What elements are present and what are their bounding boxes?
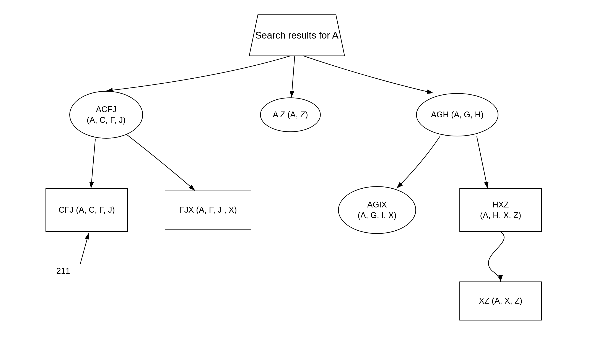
agix-node: AGIX (A, G, I, X) — [338, 186, 416, 234]
agh-label: AGH (A, G, H) — [431, 109, 484, 120]
az-node: A Z (A, Z) — [260, 97, 321, 132]
hxz-label: HXZ (A, H, X, Z) — [480, 199, 521, 221]
fjx-label: FJX (A, F, J , X) — [179, 205, 237, 215]
hxz-node: HXZ (A, H, X, Z) — [459, 188, 542, 232]
acfj-label: ACFJ (A, C, F, J) — [87, 104, 125, 126]
cfj-label: CFJ (A, C, F, J) — [59, 205, 115, 215]
label-211: 211 — [56, 266, 70, 276]
xz-node: XZ (A, X, Z) — [459, 282, 542, 320]
agix-label: AGIX (A, G, I, X) — [358, 199, 396, 221]
az-label: A Z (A, Z) — [273, 109, 308, 120]
acfj-node: ACFJ (A, C, F, J) — [69, 91, 143, 139]
root-label: Search results for A — [255, 29, 338, 41]
xz-label: XZ (A, X, Z) — [479, 296, 522, 306]
agh-node: AGH (A, G, H) — [416, 93, 499, 136]
cfj-node: CFJ (A, C, F, J) — [46, 188, 128, 232]
root-node: Search results for A — [249, 15, 344, 56]
fjx-node: FJX (A, F, J , X) — [165, 191, 251, 230]
